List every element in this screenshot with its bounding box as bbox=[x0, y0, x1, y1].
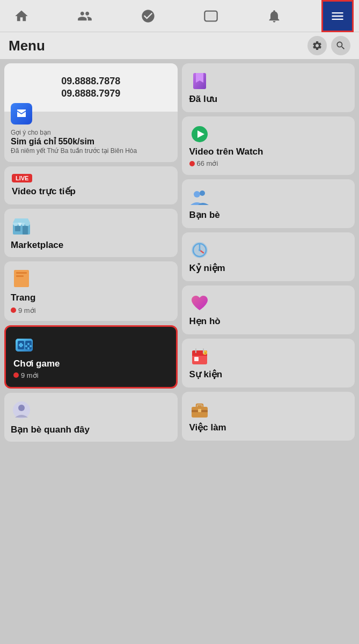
svg-rect-43 bbox=[198, 409, 201, 412]
game-count: 9 mới bbox=[21, 371, 39, 379]
marketplace-icon bbox=[11, 215, 32, 237]
jobs-icon bbox=[189, 399, 210, 420]
game-icon bbox=[13, 334, 35, 356]
top-navigation bbox=[0, 0, 359, 32]
saved-card[interactable]: Đã lưu bbox=[182, 63, 355, 112]
pages-dot bbox=[11, 308, 16, 313]
dating-icon bbox=[189, 293, 210, 313]
watch-dot bbox=[189, 161, 195, 166]
svg-rect-13 bbox=[20, 343, 22, 347]
events-card[interactable]: ★ Sự kiện bbox=[182, 339, 355, 387]
nearby-card[interactable]: Bạn bè quanh đây bbox=[4, 393, 178, 442]
search-button[interactable] bbox=[331, 36, 350, 55]
pages-icon bbox=[11, 268, 32, 289]
watch-card[interactable]: Video trên Watch 66 mới bbox=[182, 116, 355, 175]
svg-point-24 bbox=[194, 191, 200, 197]
friends-card[interactable]: Bạn bè bbox=[182, 179, 355, 228]
nearby-label: Bạn bè quanh đây bbox=[11, 424, 171, 435]
right-column: Đã lưu Video trên Watch 66 mới Bạn bè bbox=[182, 63, 355, 640]
events-icon: ★ bbox=[189, 346, 210, 367]
jobs-label: Việc làm bbox=[189, 422, 348, 433]
nav-home-icon[interactable] bbox=[5, 0, 38, 32]
svg-rect-1 bbox=[206, 12, 216, 20]
svg-rect-7 bbox=[16, 275, 24, 277]
page-title: Menu bbox=[9, 38, 45, 54]
pages-label: Trang bbox=[11, 292, 171, 303]
jobs-card[interactable]: Việc làm bbox=[182, 392, 355, 441]
svg-point-16 bbox=[25, 345, 27, 347]
left-column: 09.8888.7878 09.8888.7979 Gợi ý cho bạn … bbox=[4, 63, 178, 640]
main-content: 09.8888.7878 09.8888.7979 Gợi ý cho bạn … bbox=[0, 59, 359, 644]
live-video-card[interactable]: LIVE Video trực tiếp bbox=[4, 166, 178, 204]
game-card[interactable]: Chơi game 9 mới bbox=[4, 325, 178, 389]
game-sublabel: 9 mới bbox=[13, 371, 168, 379]
nav-groups-icon[interactable] bbox=[132, 0, 164, 32]
nav-menu-icon[interactable] bbox=[321, 0, 354, 32]
dating-label: Hẹn hò bbox=[189, 316, 348, 327]
svg-point-19 bbox=[18, 405, 25, 411]
page-header: Menu bbox=[0, 32, 359, 59]
pages-count: 9 mới bbox=[18, 306, 36, 314]
live-badge: LIVE bbox=[12, 174, 32, 182]
memories-label: Kỷ niệm bbox=[189, 262, 348, 274]
svg-rect-41 bbox=[197, 405, 202, 407]
nav-gaming-icon[interactable] bbox=[195, 0, 227, 32]
watch-icon bbox=[189, 124, 210, 144]
nav-notifications-icon[interactable] bbox=[258, 0, 290, 32]
memories-card[interactable]: Kỷ niệm bbox=[182, 232, 355, 281]
watch-sublabel: 66 mới bbox=[189, 159, 348, 167]
memories-icon bbox=[189, 240, 210, 260]
ad-store-icon bbox=[11, 103, 32, 125]
svg-point-17 bbox=[27, 347, 30, 349]
watch-label: Video trên Watch bbox=[189, 147, 348, 157]
ad-suggest-label: Gợi ý cho bạn bbox=[11, 129, 171, 136]
friends-label: Bạn bè bbox=[189, 209, 348, 221]
svg-rect-6 bbox=[16, 272, 27, 274]
ad-title: Sim giá chỉ 550k/sim bbox=[11, 136, 171, 147]
nav-friends-icon[interactable] bbox=[69, 0, 101, 32]
pages-sublabel: 9 mới bbox=[11, 306, 171, 314]
header-actions bbox=[307, 36, 350, 55]
svg-rect-34 bbox=[194, 357, 199, 361]
settings-button[interactable] bbox=[307, 36, 327, 55]
dating-card[interactable]: Hẹn hò bbox=[182, 286, 355, 334]
nearby-icon bbox=[11, 399, 32, 421]
marketplace-card[interactable]: Marketplace bbox=[4, 209, 178, 257]
svg-rect-3 bbox=[15, 226, 20, 231]
pages-card[interactable]: Trang 9 mới bbox=[4, 261, 178, 321]
ad-body: Gợi ý cho bạn Sim giá chỉ 550k/sim Đã ni… bbox=[4, 125, 178, 162]
ad-phone1: 09.8888.7878 bbox=[61, 75, 120, 87]
ad-card[interactable]: 09.8888.7878 09.8888.7979 Gợi ý cho bạn … bbox=[4, 63, 178, 162]
ad-subtitle: Đã niêm yết Thứ Ba tuần trước tại Biên H… bbox=[11, 147, 171, 156]
events-label: Sự kiện bbox=[189, 369, 348, 380]
friends-icon bbox=[189, 187, 210, 207]
svg-point-30 bbox=[199, 249, 201, 251]
svg-point-25 bbox=[200, 191, 205, 196]
svg-rect-4 bbox=[23, 226, 28, 235]
saved-label: Đã lưu bbox=[189, 93, 348, 105]
live-video-label: Video trực tiếp bbox=[12, 186, 170, 197]
saved-icon bbox=[189, 71, 210, 91]
game-dot bbox=[13, 372, 19, 378]
watch-count: 66 mới bbox=[197, 159, 218, 167]
svg-point-15 bbox=[30, 345, 32, 347]
ad-phone2: 09.8888.7979 bbox=[61, 87, 120, 100]
svg-point-14 bbox=[27, 343, 30, 345]
marketplace-label: Marketplace bbox=[11, 240, 171, 251]
game-label: Chơi game bbox=[13, 358, 168, 369]
